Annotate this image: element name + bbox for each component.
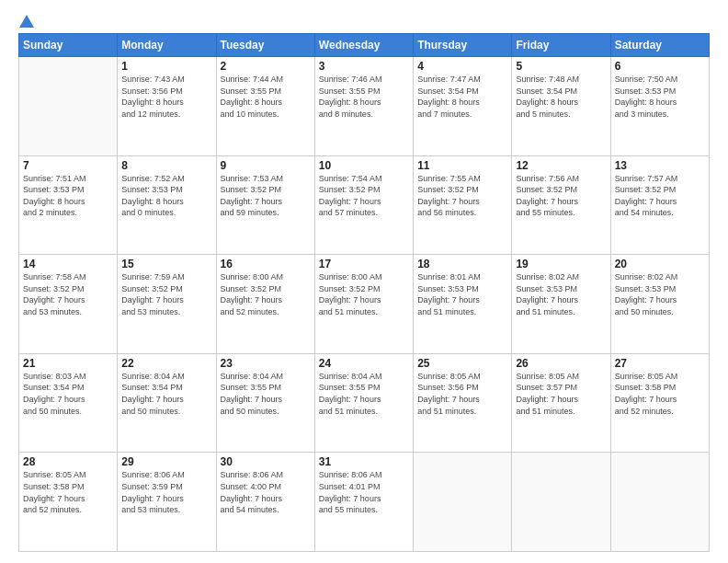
weekday-header-cell: Tuesday: [216, 34, 314, 57]
day-info-line: Sunset: 3:53 PM: [417, 284, 479, 293]
day-info: Sunrise: 8:04 AMSunset: 3:55 PMDaylight:…: [221, 371, 311, 417]
day-info: Sunrise: 7:47 AMSunset: 3:54 PMDaylight:…: [417, 74, 507, 120]
day-info: Sunrise: 7:57 AMSunset: 3:52 PMDaylight:…: [615, 173, 705, 219]
day-info-line: Daylight: 7 hours: [615, 295, 677, 304]
day-info: Sunrise: 7:59 AMSunset: 3:52 PMDaylight:…: [121, 271, 211, 317]
day-info-line: Sunrise: 8:03 AM: [23, 372, 86, 381]
day-info-line: Sunset: 3:56 PM: [121, 86, 183, 96]
calendar-week-row: 21Sunrise: 8:03 AMSunset: 3:54 PMDayligh…: [19, 353, 710, 453]
day-info-line: Sunrise: 8:05 AM: [516, 372, 579, 381]
calendar-day-cell: 13Sunrise: 7:57 AMSunset: 3:52 PMDayligh…: [610, 155, 709, 255]
calendar-table: SundayMondayTuesdayWednesdayThursdayFrid…: [18, 33, 710, 552]
day-info-line: Sunrise: 8:06 AM: [319, 470, 382, 479]
day-info-line: Sunset: 4:00 PM: [221, 482, 282, 491]
day-number: 13: [615, 159, 705, 172]
day-info: Sunrise: 8:05 AMSunset: 3:57 PMDaylight:…: [516, 371, 606, 417]
day-info-line: and 0 minutes.: [121, 208, 176, 217]
day-info-line: Sunset: 3:59 PM: [121, 482, 183, 491]
day-info-line: Daylight: 7 hours: [23, 395, 85, 404]
day-info-line: Sunrise: 7:55 AM: [417, 174, 481, 183]
day-number: 5: [516, 60, 606, 73]
day-info-line: Sunrise: 8:04 AM: [121, 372, 185, 381]
day-info-line: Sunset: 3:52 PM: [121, 284, 183, 293]
day-info-line: and 52 minutes.: [23, 505, 82, 514]
day-number: 31: [319, 455, 409, 468]
day-info-line: Sunset: 3:52 PM: [23, 284, 85, 293]
day-info: Sunrise: 8:06 AMSunset: 3:59 PMDaylight:…: [121, 469, 211, 515]
day-number: 19: [516, 258, 606, 270]
day-info-line: Daylight: 7 hours: [417, 395, 480, 404]
day-number: 1: [121, 60, 211, 73]
day-info-line: and 3 minutes.: [615, 109, 669, 119]
day-number: 10: [319, 159, 409, 172]
day-info-line: Sunrise: 8:02 AM: [615, 272, 678, 282]
calendar-day-cell: 27Sunrise: 8:05 AMSunset: 3:58 PMDayligh…: [610, 353, 709, 453]
day-info-line: Sunrise: 7:51 AM: [23, 174, 86, 183]
calendar-day-cell: 4Sunrise: 7:47 AMSunset: 3:54 PMDaylight…: [414, 57, 512, 156]
day-info-line: Daylight: 8 hours: [23, 197, 85, 206]
day-info-line: and 50 minutes.: [221, 407, 279, 416]
day-info: Sunrise: 8:01 AMSunset: 3:53 PMDaylight:…: [417, 271, 507, 317]
day-info-line: and 56 minutes.: [417, 208, 476, 217]
calendar-day-cell: [414, 453, 512, 552]
day-info-line: and 50 minutes.: [615, 307, 674, 316]
day-info-line: and 12 minutes.: [121, 109, 180, 119]
calendar-day-cell: 20Sunrise: 8:02 AMSunset: 3:53 PMDayligh…: [610, 255, 709, 354]
day-info-line: Sunset: 3:53 PM: [121, 185, 183, 194]
calendar-day-cell: 18Sunrise: 8:01 AMSunset: 3:53 PMDayligh…: [414, 255, 512, 354]
day-info-line: Daylight: 7 hours: [615, 395, 677, 404]
calendar-week-row: 7Sunrise: 7:51 AMSunset: 3:53 PMDaylight…: [19, 155, 710, 255]
calendar-day-cell: [512, 453, 610, 552]
day-info-line: Daylight: 8 hours: [121, 98, 184, 107]
day-info-line: and 54 minutes.: [221, 505, 279, 514]
calendar-day-cell: [610, 453, 709, 552]
calendar-day-cell: 10Sunrise: 7:54 AMSunset: 3:52 PMDayligh…: [314, 155, 413, 255]
day-info-line: Sunset: 3:54 PM: [417, 86, 479, 96]
day-info: Sunrise: 7:44 AMSunset: 3:55 PMDaylight:…: [221, 74, 311, 120]
day-info-line: and 10 minutes.: [221, 109, 279, 119]
day-number: 12: [516, 159, 606, 172]
day-info-line: and 55 minutes.: [319, 505, 378, 514]
calendar-day-cell: 28Sunrise: 8:05 AMSunset: 3:58 PMDayligh…: [19, 453, 118, 552]
day-info-line: Daylight: 8 hours: [516, 98, 578, 107]
day-info: Sunrise: 8:00 AMSunset: 3:52 PMDaylight:…: [319, 271, 409, 317]
day-number: 18: [417, 258, 507, 270]
day-info-line: Sunset: 4:01 PM: [319, 482, 381, 491]
day-info-line: Sunset: 3:52 PM: [221, 284, 282, 293]
day-info-line: and 51 minutes.: [516, 407, 574, 416]
day-info: Sunrise: 7:53 AMSunset: 3:52 PMDaylight:…: [221, 173, 311, 219]
day-info-line: Sunset: 3:53 PM: [516, 284, 577, 293]
day-info-line: and 8 minutes.: [319, 109, 373, 119]
calendar-day-cell: 5Sunrise: 7:48 AMSunset: 3:54 PMDaylight…: [512, 57, 610, 156]
calendar-body: 1Sunrise: 7:43 AMSunset: 3:56 PMDaylight…: [19, 57, 710, 552]
calendar-day-cell: 9Sunrise: 7:53 AMSunset: 3:52 PMDaylight…: [216, 155, 314, 255]
day-info: Sunrise: 8:04 AMSunset: 3:54 PMDaylight:…: [121, 371, 211, 417]
day-info-line: Sunrise: 7:52 AM: [121, 174, 185, 183]
day-info-line: Sunset: 3:55 PM: [221, 86, 282, 96]
day-info-line: and 51 minutes.: [417, 307, 476, 316]
day-info: Sunrise: 8:04 AMSunset: 3:55 PMDaylight:…: [319, 371, 409, 417]
day-info-line: and 52 minutes.: [615, 407, 674, 416]
calendar-week-row: 14Sunrise: 7:58 AMSunset: 3:52 PMDayligh…: [19, 255, 710, 354]
calendar-day-cell: 31Sunrise: 8:06 AMSunset: 4:01 PMDayligh…: [314, 453, 413, 552]
calendar-day-cell: 8Sunrise: 7:52 AMSunset: 3:53 PMDaylight…: [118, 155, 216, 255]
weekday-header-cell: Wednesday: [314, 34, 413, 57]
calendar-day-cell: 25Sunrise: 8:05 AMSunset: 3:56 PMDayligh…: [414, 353, 512, 453]
weekday-header-cell: Friday: [512, 34, 610, 57]
day-info: Sunrise: 8:06 AMSunset: 4:01 PMDaylight:…: [319, 469, 409, 515]
day-info-line: Sunset: 3:58 PM: [23, 482, 85, 491]
day-number: 15: [121, 258, 211, 270]
weekday-header-cell: Saturday: [610, 34, 709, 57]
logo: [18, 15, 35, 26]
day-info: Sunrise: 8:02 AMSunset: 3:53 PMDaylight:…: [615, 271, 705, 317]
day-info: Sunrise: 7:46 AMSunset: 3:55 PMDaylight:…: [319, 74, 409, 120]
day-info-line: Sunset: 3:58 PM: [615, 383, 677, 392]
day-info-line: Daylight: 7 hours: [319, 197, 381, 206]
day-info-line: Sunset: 3:54 PM: [121, 383, 183, 392]
day-number: 26: [516, 357, 606, 370]
day-number: 7: [23, 159, 113, 172]
day-info-line: Sunrise: 7:58 AM: [23, 272, 86, 282]
calendar-day-cell: 30Sunrise: 8:06 AMSunset: 4:00 PMDayligh…: [216, 453, 314, 552]
logo-triangle-icon: [19, 15, 34, 28]
day-info-line: Daylight: 7 hours: [221, 197, 283, 206]
